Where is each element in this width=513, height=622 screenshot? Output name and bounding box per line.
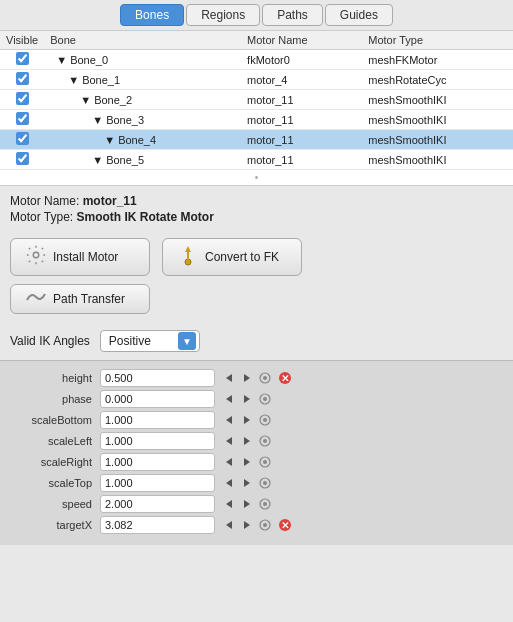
param-increment-button[interactable]	[239, 391, 255, 407]
tab-paths[interactable]: Paths	[262, 4, 323, 26]
visible-checkbox[interactable]	[16, 92, 29, 105]
motor-type-value: Smooth IK Rotate Motor	[76, 210, 213, 224]
param-input[interactable]	[100, 369, 215, 387]
param-decrement-button[interactable]	[221, 496, 237, 512]
svg-marker-23	[244, 458, 250, 466]
svg-marker-19	[244, 437, 250, 445]
path-transfer-icon	[25, 290, 47, 308]
table-row[interactable]: ▼ Bone_3motor_11meshSmoothIKI	[0, 110, 513, 130]
svg-marker-10	[226, 395, 232, 403]
install-motor-label: Install Motor	[53, 250, 118, 264]
visible-cell	[0, 70, 44, 90]
param-label: height	[6, 372, 96, 384]
param-row: height✕	[6, 369, 507, 387]
ik-select-wrap: PositiveNegativeBoth ▼	[100, 330, 200, 352]
param-decrement-button[interactable]	[221, 391, 237, 407]
svg-point-7	[263, 376, 267, 380]
svg-marker-4	[226, 374, 232, 382]
table-row[interactable]: ▼ Bone_0fkMotor0meshFKMotor	[0, 50, 513, 70]
svg-point-25	[263, 460, 267, 464]
param-increment-button[interactable]	[239, 454, 255, 470]
param-input[interactable]	[100, 390, 215, 408]
table-row[interactable]: ▼ Bone_2motor_11meshSmoothIKI	[0, 90, 513, 110]
param-input[interactable]	[100, 453, 215, 471]
fk-icon	[177, 244, 199, 270]
visible-checkbox[interactable]	[16, 72, 29, 85]
tab-regions[interactable]: Regions	[186, 4, 260, 26]
params-panel: height✕phasescaleBottomscaleLeftscaleRig…	[0, 360, 513, 545]
visible-checkbox[interactable]	[16, 132, 29, 145]
param-row: scaleBottom	[6, 411, 507, 429]
param-input[interactable]	[100, 495, 215, 513]
col-motor-name: Motor Name	[241, 31, 362, 50]
param-increment-button[interactable]	[239, 475, 255, 491]
param-decrement-button[interactable]	[221, 475, 237, 491]
param-curve-icon[interactable]	[257, 496, 273, 512]
svg-text:✕: ✕	[281, 520, 289, 531]
param-increment-button[interactable]	[239, 412, 255, 428]
motor-type-cell: meshSmoothIKI	[362, 130, 513, 150]
param-curve-icon[interactable]	[257, 391, 273, 407]
table-row[interactable]: ▼ Bone_1motor_4meshRotateCyc	[0, 70, 513, 90]
motor-type-row: Motor Type: Smooth IK Rotate Motor	[10, 210, 503, 224]
param-increment-button[interactable]	[239, 370, 255, 386]
param-curve-icon[interactable]	[257, 433, 273, 449]
svg-marker-11	[244, 395, 250, 403]
install-motor-button[interactable]: Install Motor	[10, 238, 150, 276]
col-motor-type: Motor Type	[362, 31, 513, 50]
motor-type-cell: meshSmoothIKI	[362, 150, 513, 170]
param-input[interactable]	[100, 411, 215, 429]
param-decrement-button[interactable]	[221, 433, 237, 449]
param-increment-button[interactable]	[239, 517, 255, 533]
param-curve-icon[interactable]	[257, 517, 273, 533]
convert-to-fk-button[interactable]: Convert to FK	[162, 238, 302, 276]
ik-angles-select[interactable]: PositiveNegativeBoth	[100, 330, 200, 352]
param-label: phase	[6, 393, 96, 405]
param-curve-icon[interactable]	[257, 475, 273, 491]
svg-point-37	[263, 523, 267, 527]
visible-checkbox[interactable]	[16, 52, 29, 65]
motor-type-cell: meshFKMotor	[362, 50, 513, 70]
motor-name-cell: fkMotor0	[241, 50, 362, 70]
param-curve-icon[interactable]	[257, 412, 273, 428]
param-input[interactable]	[100, 432, 215, 450]
scroll-indicator: •	[0, 170, 513, 185]
param-decrement-button[interactable]	[221, 517, 237, 533]
param-decrement-button[interactable]	[221, 412, 237, 428]
param-increment-button[interactable]	[239, 433, 255, 449]
tab-bones[interactable]: Bones	[120, 4, 184, 26]
svg-marker-5	[244, 374, 250, 382]
bone-name-cell: ▼ Bone_3	[44, 110, 241, 130]
visible-cell	[0, 110, 44, 130]
path-transfer-button[interactable]: Path Transfer	[10, 284, 150, 314]
svg-marker-3	[185, 246, 191, 252]
param-row: speed	[6, 495, 507, 513]
param-curve-icon[interactable]	[257, 370, 273, 386]
svg-point-13	[263, 397, 267, 401]
param-reset-button[interactable]: ✕	[277, 370, 293, 386]
param-input[interactable]	[100, 474, 215, 492]
motor-name-cell: motor_11	[241, 130, 362, 150]
param-increment-button[interactable]	[239, 496, 255, 512]
svg-point-21	[263, 439, 267, 443]
action-buttons: Install Motor Convert to FK	[0, 230, 513, 284]
param-decrement-button[interactable]	[221, 454, 237, 470]
table-row[interactable]: ▼ Bone_4motor_11meshSmoothIKI	[0, 130, 513, 150]
motor-info: Motor Name: motor_11 Motor Type: Smooth …	[0, 186, 513, 230]
param-reset-button[interactable]: ✕	[277, 517, 293, 533]
table-row[interactable]: ▼ Bone_5motor_11meshSmoothIKI	[0, 150, 513, 170]
tab-guides[interactable]: Guides	[325, 4, 393, 26]
tab-bar: Bones Regions Paths Guides	[0, 0, 513, 30]
param-input[interactable]	[100, 516, 215, 534]
param-label: targetX	[6, 519, 96, 531]
motor-type-cell: meshSmoothIKI	[362, 90, 513, 110]
visible-checkbox[interactable]	[16, 112, 29, 125]
svg-marker-30	[226, 500, 232, 508]
gear-icon	[25, 244, 47, 270]
visible-checkbox[interactable]	[16, 152, 29, 165]
path-transfer-label: Path Transfer	[53, 292, 125, 306]
param-curve-icon[interactable]	[257, 454, 273, 470]
bone-table: Visible Bone Motor Name Motor Type ▼ Bon…	[0, 31, 513, 170]
bone-name-cell: ▼ Bone_1	[44, 70, 241, 90]
param-decrement-button[interactable]	[221, 370, 237, 386]
